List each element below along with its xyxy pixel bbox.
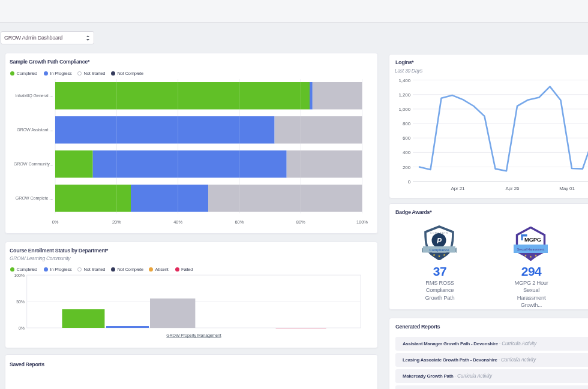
svg-text:1,400: 1,400 (398, 78, 410, 83)
svg-text:1,000: 1,000 (398, 107, 410, 112)
svg-text:GROW Property Management: GROW Property Management (166, 333, 221, 338)
svg-text:★: ★ (443, 253, 446, 257)
svg-text:★: ★ (524, 254, 527, 257)
svg-text:★: ★ (433, 253, 436, 257)
svg-text:100%: 100% (14, 273, 25, 278)
svg-text:50%: 50% (16, 300, 25, 304)
svg-text:★: ★ (529, 255, 532, 258)
svg-text:200: 200 (403, 165, 411, 170)
svg-text:GROW Community...: GROW Community... (14, 161, 53, 167)
svg-text:MGPG: MGPG (524, 236, 541, 243)
svg-text:InhabitIQ General ...: InhabitIQ General ... (15, 93, 53, 98)
svg-text:P: P (437, 237, 442, 245)
svg-text:800: 800 (403, 121, 411, 126)
svg-text:400: 400 (403, 150, 411, 155)
svg-text:★: ★ (438, 254, 441, 258)
svg-text:GROW Complete ...: GROW Complete ... (16, 195, 53, 201)
svg-text:Sexual Harassment: Sexual Harassment (517, 248, 545, 251)
svg-text:Apr 21: Apr 21 (451, 186, 466, 191)
svg-text:GROW Assistant ...: GROW Assistant ... (17, 127, 53, 132)
svg-text:0: 0 (408, 179, 411, 185)
svg-text:Apr 26: Apr 26 (506, 186, 520, 191)
svg-text:May 01: May 01 (559, 186, 575, 191)
svg-text:100%: 100% (356, 219, 368, 225)
svg-text:0%: 0% (19, 326, 25, 330)
svg-text:600: 600 (403, 135, 411, 141)
svg-text:80%: 80% (296, 219, 305, 225)
svg-text:60%: 60% (235, 219, 244, 225)
svg-text:0%: 0% (52, 219, 59, 225)
svg-text:★: ★ (535, 254, 538, 257)
svg-text:40%: 40% (173, 219, 182, 225)
svg-text:Compliance: Compliance (430, 248, 450, 252)
svg-text:20%: 20% (112, 219, 121, 225)
svg-text:1,200: 1,200 (398, 92, 410, 98)
